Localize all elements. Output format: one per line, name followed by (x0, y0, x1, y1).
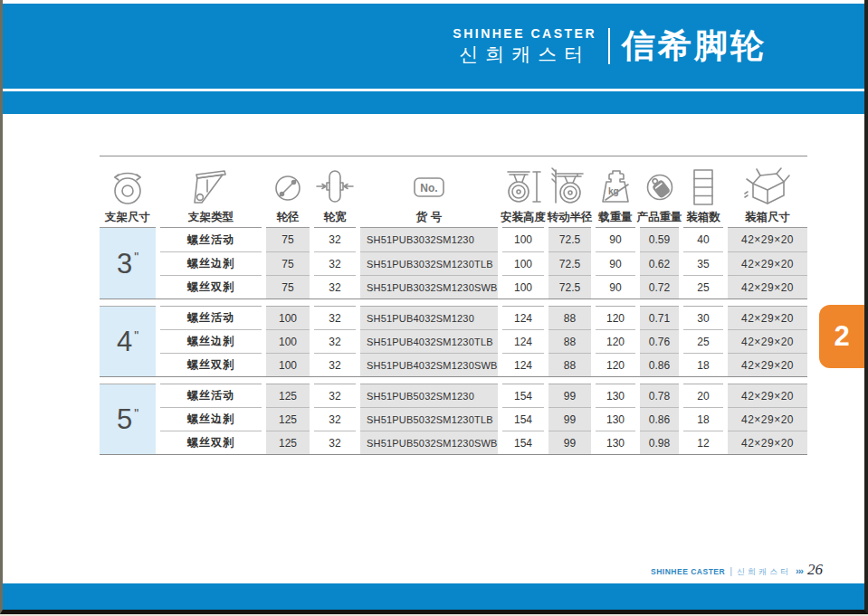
cell-wheel-width: 32 (314, 275, 356, 299)
size-cell: 5 " (100, 384, 156, 454)
cell-mount-height: 100 (502, 228, 544, 251)
size-group-3in: 3 " 螺丝活动 75 32 SH51PUB3032SM1230 100 72.… (100, 228, 807, 299)
cell-carton-size: 42×29×20 (728, 431, 807, 454)
col-header-wheel-width: 轮宽 (314, 163, 356, 228)
brand-logo-left: SHINHEE CASTER 신희캐스터 (453, 26, 596, 66)
size-unit: " (134, 250, 138, 264)
col-header-wheel-diameter: 轮径 (266, 163, 310, 228)
cell-carton-qty: 12 (683, 431, 723, 454)
size-group-4in: 4 " 螺丝活动 100 32 SH51PUB4032SM1230 124 88… (100, 306, 807, 377)
cell-product-weight: 0.86 (640, 407, 679, 431)
caster-spec-table: 支架尺寸 支架类型 (100, 156, 807, 455)
col-header-mount-height: 安装高度 (502, 163, 544, 228)
cell-wheel-width: 32 (314, 306, 356, 329)
cell-wheel-diameter: 75 (266, 228, 310, 251)
cell-carton-size: 42×29×20 (728, 306, 807, 329)
swivel-top-icon (105, 163, 150, 211)
col-label: 货 号 (416, 211, 442, 224)
cell-product-weight: 0.76 (640, 329, 679, 353)
header-band: SHINHEE CASTER 신희캐스터 信希脚轮 (3, 4, 864, 89)
cell-wheel-diameter: 100 (266, 329, 310, 353)
size-value: 4 (117, 327, 132, 355)
size-cell: 4 " (100, 306, 156, 376)
cell-turning-radius: 99 (548, 407, 591, 431)
cell-load-capacity: 130 (596, 407, 635, 431)
page-footer: SHINHEE CASTER | 신희캐스터 ››› 26 (651, 561, 823, 579)
cell-carton-qty: 18 (683, 407, 723, 431)
cell-turning-radius: 99 (548, 431, 591, 454)
cell-wheel-diameter: 125 (266, 431, 310, 454)
cell-load-capacity: 120 (596, 353, 635, 376)
cell-carton-size: 42×29×20 (728, 407, 807, 431)
cell-carton-qty: 20 (683, 384, 723, 407)
cell-part-number: SH51PUB3032SM1230SWB (360, 275, 498, 299)
part-number-icon: No. (406, 163, 452, 211)
col-header-bracket-type: 支架类型 (160, 163, 262, 228)
cell-wheel-diameter: 125 (266, 407, 310, 431)
cell-carton-size: 42×29×20 (728, 329, 807, 353)
table-header-row: 支架尺寸 支架类型 (100, 156, 807, 228)
footer-brand-english: SHINHEE CASTER (651, 567, 725, 576)
col-header-product-weight: 产品重量 (640, 163, 679, 228)
cell-turning-radius: 72.5 (548, 275, 591, 299)
col-label: 产品重量 (637, 211, 682, 224)
cell-bracket-type: 螺丝边刹 (160, 251, 262, 275)
col-header-turning-radius: 转动半径 (548, 163, 591, 228)
cell-bracket-type: 螺丝双刹 (160, 353, 262, 376)
cell-wheel-width: 32 (314, 228, 356, 251)
page-number: 26 (807, 561, 823, 579)
carton-qty-icon (682, 163, 724, 211)
cell-mount-height: 100 (502, 251, 544, 275)
turning-radius-icon (548, 163, 592, 211)
cell-wheel-diameter: 125 (266, 384, 310, 407)
logo-divider (608, 28, 610, 64)
cell-carton-qty: 18 (683, 353, 723, 376)
cell-wheel-width: 32 (314, 353, 356, 376)
cell-wheel-width: 32 (314, 407, 356, 431)
col-label: 装箱数 (686, 211, 720, 224)
cell-carton-qty: 40 (683, 228, 723, 251)
cell-carton-size: 42×29×20 (728, 228, 807, 251)
cell-wheel-width: 32 (314, 329, 356, 353)
cell-product-weight: 0.98 (640, 431, 679, 454)
cell-carton-size: 42×29×20 (728, 275, 807, 299)
cell-product-weight: 0.78 (640, 384, 679, 407)
col-label: 支架类型 (188, 211, 234, 224)
cell-wheel-diameter: 75 (266, 275, 310, 299)
col-header-carton-size: 装箱尺寸 (728, 163, 807, 228)
load-capacity-icon: kg (594, 163, 637, 211)
cell-carton-size: 42×29×20 (728, 353, 807, 376)
brand-name-chinese: 信希脚轮 (622, 24, 767, 69)
section-tab[interactable]: 2 (819, 305, 864, 368)
cell-turning-radius: 72.5 (548, 251, 591, 275)
cell-carton-size: 42×29×20 (728, 251, 807, 275)
wheel-width-icon (314, 163, 356, 211)
cell-mount-height: 124 (502, 353, 544, 376)
footer-brand-korean: 신희캐스터 (737, 566, 791, 578)
product-weight-icon (639, 163, 681, 211)
cell-carton-qty: 35 (683, 251, 723, 275)
cell-part-number: SH51PUB4032SM1230SWB (360, 353, 498, 376)
section-tab-number: 2 (834, 320, 849, 353)
cell-product-weight: 0.62 (640, 251, 679, 275)
cell-wheel-diameter: 100 (266, 353, 310, 376)
cell-wheel-width: 32 (314, 251, 356, 275)
part-number-badge-text: No. (420, 181, 437, 194)
size-unit: " (134, 406, 138, 421)
cell-mount-height: 124 (502, 329, 544, 353)
cell-part-number: SH51PUB5032SM1230SWB (360, 431, 498, 454)
cell-wheel-diameter: 100 (266, 306, 310, 329)
cell-bracket-type: 螺丝活动 (160, 384, 262, 407)
cell-product-weight: 0.86 (640, 353, 679, 376)
cell-load-capacity: 120 (596, 329, 635, 353)
cell-part-number: SH51PUB5032SM1230TLB (360, 407, 498, 431)
cell-turning-radius: 88 (548, 353, 591, 376)
cell-turning-radius: 72.5 (548, 228, 591, 251)
bracket-icon (188, 163, 234, 211)
size-value: 5 (117, 405, 132, 433)
col-header-bracket-size: 支架尺寸 (100, 163, 156, 228)
cell-carton-size: 42×29×20 (728, 384, 807, 407)
size-group-5in: 5 " 螺丝活动 125 32 SH51PUB5032SM1230 154 99… (100, 384, 807, 455)
cell-part-number: SH51PUB4032SM1230 (360, 306, 498, 329)
col-label: 轮宽 (324, 211, 347, 224)
